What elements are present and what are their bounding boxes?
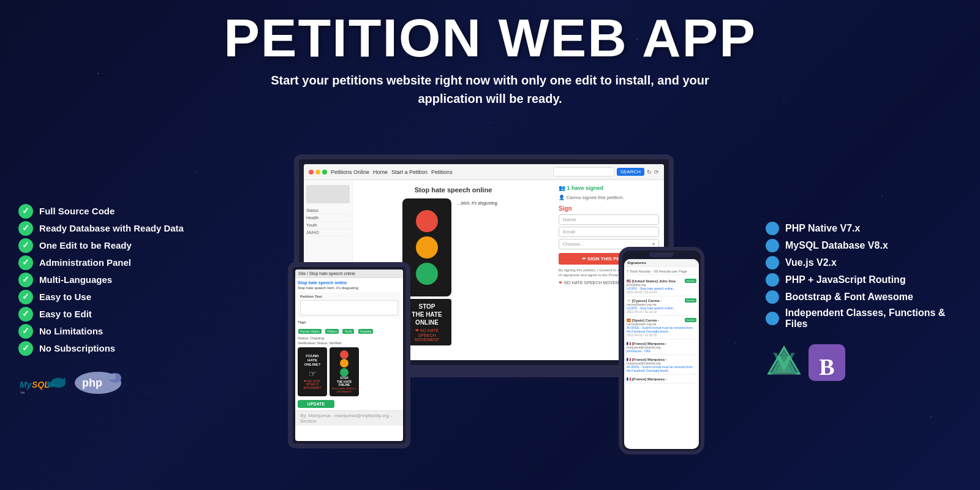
browser-bar: Petitions Online Home Start a Petition P… [304,164,664,180]
tablet-header: Site / Stop hate speech online [295,270,403,278]
light-red-sm [340,350,349,359]
tablet-body: Site / Stop hate speech online Stop hate… [288,262,410,448]
name-input[interactable]: Name [559,214,659,225]
svg-text:My: My [20,380,32,390]
nav-home[interactable]: Home [373,169,388,175]
phone-notch [649,252,674,257]
tech-label: Bootstrap & Font Awesome [785,292,913,303]
search-button[interactable]: SEARCH [617,168,644,176]
stop-text-sm: STOPTHE HATEONLINE [337,377,352,387]
tag-hr: Human Rights [298,329,322,334]
petition-image-area: STOPTHE HATEONLINE ❤ NO HATE SPEECHMOVEM… [402,198,504,345]
phone-entry: Verified 🇺🇸 [United States] John Doe joh… [627,277,696,296]
feature-label: Ready Database with Ready Data [39,222,184,235]
petition-text-box[interactable] [300,300,398,315]
sidebar-item: Youth [306,222,350,229]
feature-one-edit: ✓ One Edit to be Ready [18,238,214,253]
main-content: ✓ Full Source Code ✓ Ready Database with… [0,113,980,490]
tablet-screen: Site / Stop hate speech online Stop hate… [295,270,403,441]
feature-ready-db: ✓ Ready Database with Ready Data [18,221,214,236]
nav-petitions[interactable]: Petitions [431,169,453,175]
sidebar-item: Health [306,214,350,222]
feature-label: No Limitations [39,325,103,337]
feature-easy-edit: ✓ Easy to Edit [18,307,214,322]
phone-entry: Verified 🇪🇸 [Spain] Carma - carma@anam.o… [627,316,696,339]
verified-badge: Verified [685,318,696,322]
tablet-mockup: Site / Stop hate speech online Stop hate… [288,262,410,448]
check-icon: ✓ [18,341,33,356]
check-icon: ✓ [18,307,33,322]
entry-link: AFORDE - Submit format must be removed f… [627,326,696,333]
entry-date: 2021-04-02 / 01:14:44 [627,290,696,294]
no-hate-sm: ❤ NO HATE SPEECH MOVEMENT [330,387,359,393]
feature-label: One Edit to be Ready [39,239,132,252]
tablet-content: Stop hate speech online Stop hate speech… [295,278,403,410]
sidebar-item: Status [306,207,350,214]
signed-count: 👥 1 have signed [559,185,659,191]
found-hate-text: FOUNDHATE ONLINE? [300,354,325,368]
tech-label: PHP Native V7.x [785,223,860,234]
check-icon: ✓ [18,255,33,270]
phone-entry: 🇫🇷 [France] Marquesa - [627,375,696,383]
stop-text: STOPTHE HATEONLINE [406,303,448,326]
main-title: Petition Web App [0,11,980,65]
tag-politics: Politics [325,329,339,334]
verified-badge: Verified [685,279,696,283]
feature-easy-use: ✓ Easy to Use [18,290,214,304]
check-icon: ✓ [18,221,33,236]
feature-label: Easy to Edit [39,307,92,320]
tech-php: PHP Native V7.x [766,222,962,235]
tags-container: Human Rights Politics Youth Ongoing [298,324,401,335]
tablet-breadcrumb: Site / Stop hate speech online [298,271,400,276]
entry-link: AFORDE - Submit format must be removed f… [627,365,696,372]
phone-screen: Signatures 7 Total Results - 50 Results … [624,259,699,449]
light-green-sm [340,368,349,377]
svg-text:™: ™ [20,391,24,396]
feature-label: Full Source Code [39,205,115,217]
no-hate-text-small: ❤ NO HATE SPEECHMOVEMENT [300,380,325,390]
phone-mockup: Signatures 7 Total Results - 50 Results … [619,247,704,454]
entry-link: john0ayzer - OKE [627,349,696,353]
dot-green [322,170,327,175]
blue-dot-icon [766,273,779,287]
tablet-tags: Tags Human Rights Politics Youth Ongoing [298,320,401,335]
blue-dot-icon [766,312,779,325]
sidebar-banner [306,185,350,203]
tablet-images: FOUNDHATE ONLINE? ☞ ❤ NO HATE SPEECHMOVE… [298,347,401,396]
feature-label: Administration Panel [39,256,131,269]
light-yellow [416,236,438,258]
refresh-icon[interactable]: ↻ [647,169,652,175]
phone-entry: Verified 🇨🇾 [Cyprus] Carma - carma@anam.… [627,296,696,316]
email-input[interactable]: Email [559,227,659,237]
tech-label: Vue.js V2.x [785,257,837,268]
bootstrap-logo: B [809,344,845,381]
sidebar-item: JA/HO [306,229,350,236]
update-button[interactable]: UPDATE [298,400,334,408]
nav-start[interactable]: Start a Petition [391,169,428,175]
phone-entry: 🇫🇷 [France] Marquesa - marquesa@myfamily… [627,339,696,355]
svg-point-7 [108,374,116,380]
blue-dot-icon [766,222,779,235]
feature-label: Easy to Use [39,290,91,303]
check-icon: ✓ [18,324,33,339]
feature-label: Multi-Languages [39,273,112,286]
search-input[interactable]: Search [553,167,614,176]
sign-label: Sign [559,205,659,212]
tablet-verification: Verification Status: Verified [298,341,401,345]
entry-name: 🇫🇷 [France] Marquesa - [627,377,696,381]
tablet-title: Stop hate speech online [298,281,401,285]
tech-logos: B [766,344,962,381]
stop-hate-card: STOPTHE HATEONLINE ❤ NO HATE SPEECH MOVE… [330,347,359,396]
found-hate-card: FOUNDHATE ONLINE? ☞ ❤ NO HATE SPEECHMOVE… [298,347,327,396]
feature-full-source: ✓ Full Source Code [18,204,214,219]
reload-icon[interactable]: ⟳ [654,169,659,175]
feature-no-sub: ✓ No Subscriptions [18,341,214,356]
tech-bootstrap: Bootstrap & Font Awesome [766,290,962,304]
tech-label: MySQL Database V8.x [785,240,888,251]
feature-admin: ✓ Administration Panel [18,255,214,270]
phone-total: 7 Total Results - 50 Results per Page [627,270,696,275]
left-features: ✓ Full Source Code ✓ Ready Database with… [18,204,214,399]
tech-mysql: MySQL Database V8.x [766,239,962,252]
entry-name: 🇫🇷 [France] Marquesa - [627,341,696,345]
search-bar: Search SEARCH ↻ ⟳ [553,167,659,176]
